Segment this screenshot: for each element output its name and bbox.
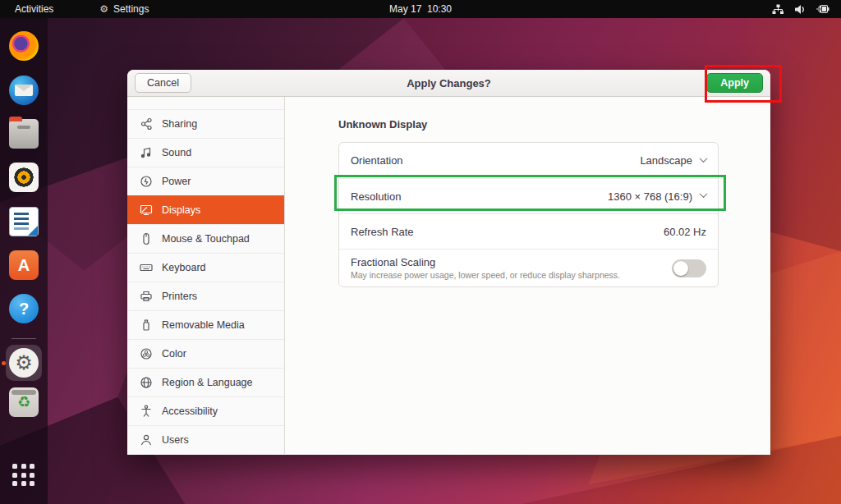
mouse-icon — [140, 232, 153, 245]
fractional-scaling-description: May increase power usage, lower speed, o… — [351, 270, 620, 280]
chevron-down-icon — [700, 190, 708, 198]
sidebar-item-color[interactable]: Color — [127, 339, 284, 368]
sidebar-item-printers[interactable]: Printers — [127, 282, 284, 310]
flash-drive-icon — [140, 318, 153, 332]
activities-button[interactable]: Activities — [7, 0, 62, 18]
header-bar: Cancel Apply Changes? Apply — [127, 70, 770, 97]
orientation-row[interactable]: Orientation Landscape — [339, 143, 718, 178]
fractional-scaling-toggle[interactable] — [672, 259, 706, 277]
refresh-rate-value: 60.02 Hz — [664, 226, 706, 238]
music-note-icon — [140, 146, 153, 159]
help-icon[interactable]: ? — [9, 294, 39, 323]
settings-window: Cancel Apply Changes? Apply Sharing Soun… — [127, 70, 770, 455]
chevron-down-icon — [700, 154, 708, 163]
share-icon — [140, 117, 153, 131]
sidebar-item-label: Sharing — [162, 118, 197, 130]
dock: A ? ⚙ ♻ — [0, 18, 48, 504]
sidebar-item-label: Removable Media — [162, 319, 245, 331]
sidebar-item-users[interactable]: Users — [127, 425, 284, 454]
printer-icon — [140, 290, 153, 303]
trash-icon[interactable]: ♻ — [9, 387, 39, 417]
rhythmbox-icon[interactable] — [9, 163, 39, 192]
sidebar-item-mouse-touchpad[interactable]: Mouse & Touchpad — [127, 224, 284, 253]
ubuntu-software-icon[interactable]: A — [9, 250, 39, 280]
libreoffice-writer-icon[interactable] — [9, 207, 39, 236]
color-wheel-icon — [140, 347, 153, 360]
resolution-row[interactable]: Resolution 1360 × 768 (16:9) — [339, 178, 718, 213]
dock-separator — [11, 338, 36, 339]
network-icon[interactable] — [772, 4, 784, 15]
sidebar-item-power[interactable]: Power — [127, 167, 284, 195]
settings-appmenu[interactable]: ⚙ Settings — [91, 0, 157, 18]
activities-label: Activities — [15, 3, 53, 15]
sidebar-item-displays[interactable]: Displays — [127, 195, 284, 224]
refresh-rate-label: Refresh Rate — [351, 226, 414, 238]
settings-appmenu-label: Settings — [113, 3, 149, 15]
fractional-scaling-label: Fractional Scaling — [351, 256, 435, 268]
envelope-icon — [15, 85, 33, 96]
globe-icon — [140, 376, 153, 389]
orientation-value: Landscape — [640, 154, 692, 167]
sidebar-item-sound[interactable]: Sound — [127, 138, 284, 167]
sidebar-item-label: Printers — [162, 291, 197, 302]
sidebar-item-label: Accessibility — [162, 405, 218, 417]
clock[interactable]: May 17 10:30 — [389, 3, 452, 15]
resolution-value: 1360 × 768 (16:9) — [608, 190, 692, 203]
display-settings-card: Orientation Landscape Resolution 1360 × … — [338, 142, 719, 287]
apply-button[interactable]: Apply — [706, 73, 763, 93]
section-title: Unknown Display — [338, 118, 770, 131]
sidebar-item-label: Region & Language — [162, 377, 253, 388]
files-icon[interactable] — [9, 119, 39, 149]
cancel-button[interactable]: Cancel — [135, 73, 191, 93]
orientation-label: Orientation — [351, 154, 403, 167]
top-bar: Activities ⚙ Settings May 17 10:30 — [0, 0, 841, 18]
running-indicator-dot — [2, 361, 6, 365]
thunderbird-icon[interactable] — [9, 76, 39, 105]
battery-charging-icon[interactable] — [816, 4, 830, 14]
volume-icon[interactable] — [794, 4, 806, 15]
accessibility-icon — [140, 405, 153, 418]
resolution-label: Resolution — [351, 190, 401, 203]
window-title: Apply Changes? — [407, 77, 491, 89]
user-icon — [140, 433, 153, 447]
keyboard-icon — [140, 261, 153, 274]
show-applications-button[interactable] — [12, 464, 35, 487]
sidebar-item-accessibility[interactable]: Accessibility — [127, 396, 284, 425]
sidebar-item-label: Displays — [162, 204, 200, 216]
display-icon — [140, 204, 153, 217]
sidebar-item-label: Sound — [162, 147, 191, 158]
sidebar-item-keyboard[interactable]: Keyboard — [127, 253, 284, 282]
sidebar-item-label: Keyboard — [162, 262, 206, 273]
settings-app-icon[interactable]: ⚙ — [9, 348, 39, 378]
window-body: Sharing Sound Power Displays Mouse & Tou… — [127, 97, 770, 454]
gear-icon: ⚙ — [99, 4, 108, 14]
refresh-rate-row: Refresh Rate 60.02 Hz — [339, 213, 718, 249]
sidebar-item-removable-media[interactable]: Removable Media — [127, 310, 284, 339]
display-settings-panel: Unknown Display Orientation Landscape Re… — [285, 97, 770, 454]
sidebar-item-region-language[interactable]: Region & Language — [127, 368, 284, 396]
sidebar-item-label: Power — [162, 176, 191, 187]
system-tray[interactable] — [772, 4, 841, 15]
firefox-icon[interactable] — [9, 31, 39, 61]
power-icon — [140, 175, 153, 188]
sidebar-item-label: Mouse & Touchpad — [162, 233, 250, 245]
sidebar: Sharing Sound Power Displays Mouse & Tou… — [127, 97, 285, 454]
sidebar-item-label: Color — [162, 348, 186, 360]
sidebar-item-label: Users — [162, 434, 189, 446]
toggle-knob — [673, 261, 688, 276]
fractional-scaling-row: Fractional Scaling May increase power us… — [339, 249, 718, 286]
sidebar-item-sharing[interactable]: Sharing — [127, 109, 284, 138]
